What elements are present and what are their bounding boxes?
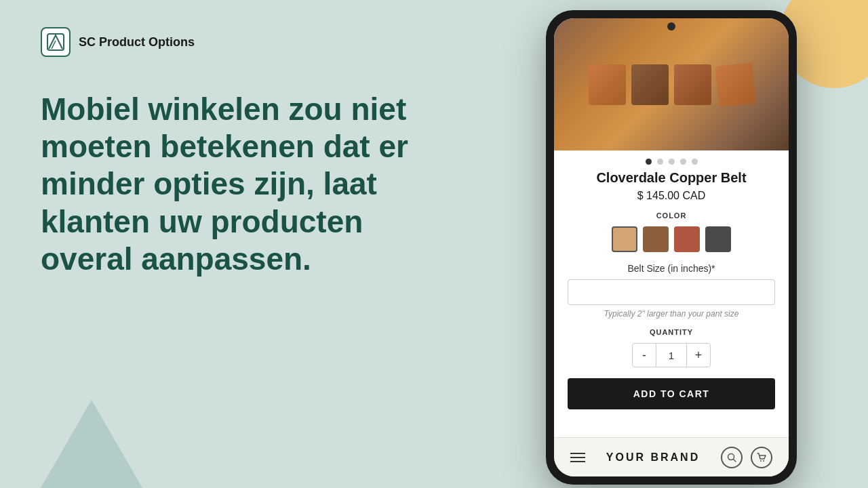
hamburger-menu-icon[interactable] [570,453,585,462]
phone-camera [667,22,675,30]
quantity-control: - 1 + [568,343,775,367]
quantity-increase-button[interactable]: + [686,343,711,367]
color-swatch-dark[interactable] [705,226,731,252]
carousel-dots [554,150,789,170]
left-panel: SC Product Options Mobiel winkelen zou n… [0,0,475,488]
svg-point-4 [763,460,764,462]
dot-2[interactable] [657,159,663,165]
nav-brand-text: YOUR BRAND [606,451,700,464]
size-input[interactable] [568,279,775,305]
product-title: Cloverdale Copper Belt [568,170,775,186]
size-label: Belt Size (in inches)* [568,263,775,274]
add-to-cart-button[interactable]: ADD TO CART [568,378,775,409]
color-swatch-brown[interactable] [643,226,669,252]
buckle-2 [631,64,669,105]
bottom-nav: YOUR BRAND [554,437,789,476]
color-label: COLOR [568,211,775,220]
quantity-label: QUANTITY [568,328,775,336]
cart-icon[interactable] [751,447,772,468]
menu-line-3 [570,461,585,462]
brand-header: SC Product Options [41,27,434,57]
product-content: Cloverdale Copper Belt $ 145.00 CAD COLO… [554,170,789,437]
dot-4[interactable] [680,159,686,165]
right-panel: Cloverdale Copper Belt $ 145.00 CAD COLO… [475,0,868,488]
quantity-decrease-button[interactable]: - [632,343,656,367]
menu-line-2 [570,457,585,458]
color-swatch-tan[interactable] [612,226,637,252]
search-icon[interactable] [721,447,743,468]
brand-name: SC Product Options [79,35,195,49]
size-hint: Typically 2" larger than your pant size [568,309,775,319]
dot-1[interactable] [646,159,652,165]
product-price: $ 145.00 CAD [568,190,775,202]
belt-buckles-visual [554,18,789,150]
headline-text: Mobiel winkelen zou niet moeten betekene… [41,91,434,278]
buckle-1 [589,64,626,105]
quantity-value: 1 [656,343,686,367]
svg-line-2 [733,459,736,462]
buckle-3 [674,64,711,105]
brand-logo [41,27,71,57]
dot-3[interactable] [669,159,675,165]
menu-line-1 [570,453,585,454]
nav-icons [721,447,772,468]
product-image [554,18,789,150]
dot-5[interactable] [692,159,698,165]
color-swatches [568,226,775,252]
phone-screen: Cloverdale Copper Belt $ 145.00 CAD COLO… [554,18,789,476]
phone-mockup: Cloverdale Copper Belt $ 145.00 CAD COLO… [546,10,797,485]
color-swatch-rust[interactable] [674,226,700,252]
buckle-4 [715,62,755,106]
svg-point-3 [760,460,762,462]
